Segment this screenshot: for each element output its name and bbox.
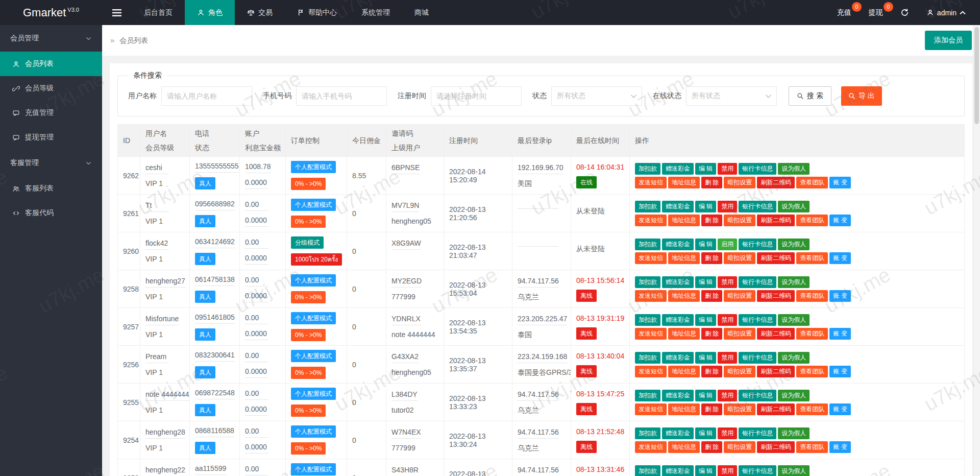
edit-button[interactable]: 编 辑 [695, 239, 716, 250]
delete-button[interactable]: 删 除 [701, 252, 722, 264]
nav-item-交易[interactable]: 交易 [235, 0, 285, 25]
sidebar-group-客服管理[interactable]: 客服管理 [0, 150, 102, 176]
hidden-deduct-button[interactable]: 暗扣设置 [724, 215, 755, 226]
bank-card-info-button[interactable]: 银行卡信息 [739, 390, 776, 401]
send-sms-button[interactable]: 发送短信 [635, 177, 667, 188]
view-team-button[interactable]: 查看团队 [796, 290, 828, 302]
delete-button[interactable]: 删 除 [701, 290, 722, 302]
adjust-balance-button[interactable]: 加扣款 [635, 276, 660, 288]
view-team-button[interactable]: 查看团队 [796, 328, 828, 340]
gift-bonus-button[interactable]: 赠送彩金 [662, 163, 694, 175]
adjust-balance-button[interactable]: 加扣款 [635, 314, 660, 326]
hidden-deduct-button[interactable]: 暗扣设置 [724, 252, 755, 264]
refresh-qrcode-button[interactable]: 刷新二维码 [757, 441, 795, 453]
nav-item-系统管理[interactable]: 系统管理 [349, 0, 402, 25]
view-team-button[interactable]: 查看团队 [796, 441, 828, 453]
bank-card-info-button[interactable]: 银行卡信息 [739, 352, 776, 364]
view-team-button[interactable]: 查看团队 [796, 215, 828, 226]
adjust-balance-button[interactable]: 加扣款 [635, 239, 660, 250]
hidden-deduct-button[interactable]: 暗扣设置 [724, 290, 755, 302]
bank-card-info-button[interactable]: 银行卡信息 [739, 201, 776, 212]
disable-button[interactable]: 禁用 [718, 427, 737, 439]
bank-card-info-button[interactable]: 银行卡信息 [739, 314, 776, 326]
view-team-button[interactable]: 查看团队 [796, 403, 828, 415]
refresh-qrcode-button[interactable]: 刷新二维码 [757, 215, 795, 226]
nav-item-角色[interactable]: 角色 [185, 0, 235, 25]
account-change-button[interactable]: 账 变 [829, 328, 850, 340]
add-member-button[interactable]: 添加会员 [925, 31, 972, 50]
refresh-qrcode-button[interactable]: 刷新二维码 [757, 403, 795, 415]
delete-button[interactable]: 删 除 [701, 403, 722, 415]
address-info-button[interactable]: 地址信息 [668, 177, 700, 188]
set-fake-user-button[interactable]: 设为假人 [778, 239, 810, 250]
account-change-button[interactable]: 账 变 [829, 366, 850, 377]
disable-button[interactable]: 禁用 [718, 201, 737, 212]
scrollbar[interactable] [973, 25, 980, 476]
adjust-balance-button[interactable]: 加扣款 [635, 201, 660, 212]
send-sms-button[interactable]: 发送短信 [635, 441, 667, 453]
sidebar-item-会员列表[interactable]: 会员列表 [0, 52, 102, 76]
set-fake-user-button[interactable]: 设为假人 [778, 163, 810, 175]
app-logo[interactable]: GmarketV3.0 [0, 0, 102, 25]
sidebar-item-提现管理[interactable]: 提现管理 [0, 125, 102, 150]
gift-bonus-button[interactable]: 赠送彩金 [662, 314, 694, 326]
scrollbar-thumb[interactable] [974, 27, 979, 124]
address-info-button[interactable]: 地址信息 [668, 441, 700, 453]
regtime-input[interactable] [431, 86, 522, 106]
set-fake-user-button[interactable]: 设为假人 [778, 390, 810, 401]
account-change-button[interactable]: 账 变 [829, 215, 850, 226]
send-sms-button[interactable]: 发送短信 [635, 215, 667, 226]
send-sms-button[interactable]: 发送短信 [635, 290, 667, 302]
refresh-qrcode-button[interactable]: 刷新二维码 [757, 177, 795, 188]
withdraw-link[interactable]: 提现 0 [869, 8, 883, 17]
set-fake-user-button[interactable]: 设为假人 [778, 352, 810, 364]
set-fake-user-button[interactable]: 设为假人 [778, 465, 810, 476]
hidden-deduct-button[interactable]: 暗扣设置 [724, 366, 755, 377]
delete-button[interactable]: 删 除 [701, 441, 722, 453]
view-team-button[interactable]: 查看团队 [796, 177, 828, 188]
delete-button[interactable]: 删 除 [701, 366, 722, 377]
edit-button[interactable]: 编 辑 [695, 276, 716, 288]
gift-bonus-button[interactable]: 赠送彩金 [662, 276, 694, 288]
online-status-select[interactable]: 所有状态 [686, 86, 777, 106]
sidebar-item-客服列表[interactable]: 客服列表 [0, 176, 102, 201]
delete-button[interactable]: 删 除 [701, 177, 722, 188]
edit-button[interactable]: 编 辑 [695, 465, 716, 476]
hidden-deduct-button[interactable]: 暗扣设置 [724, 177, 755, 188]
gift-bonus-button[interactable]: 赠送彩金 [662, 239, 694, 250]
export-button[interactable]: 导 出 [841, 86, 882, 106]
disable-button[interactable]: 禁用 [718, 314, 737, 326]
edit-button[interactable]: 编 辑 [695, 390, 716, 401]
edit-button[interactable]: 编 辑 [695, 163, 716, 175]
bank-card-info-button[interactable]: 银行卡信息 [739, 427, 776, 439]
menu-toggle-icon[interactable] [102, 0, 132, 25]
refresh-qrcode-button[interactable]: 刷新二维码 [757, 328, 795, 340]
gift-bonus-button[interactable]: 赠送彩金 [662, 427, 694, 439]
send-sms-button[interactable]: 发送短信 [635, 403, 667, 415]
user-menu[interactable]: admin [926, 9, 966, 17]
search-button[interactable]: 搜 索 [789, 86, 831, 106]
disable-button[interactable]: 禁用 [718, 163, 737, 175]
account-change-button[interactable]: 账 变 [829, 441, 850, 453]
nav-item-帮助中心[interactable]: 帮助中心 [285, 0, 349, 25]
account-change-button[interactable]: 账 变 [829, 177, 850, 188]
set-fake-user-button[interactable]: 设为假人 [778, 276, 810, 288]
recharge-link[interactable]: 充值 0 [837, 8, 851, 17]
delete-button[interactable]: 删 除 [701, 328, 722, 340]
sidebar-item-会员等级[interactable]: 会员等级 [0, 76, 102, 101]
disable-button[interactable]: 禁用 [718, 390, 737, 401]
adjust-balance-button[interactable]: 加扣款 [635, 352, 660, 364]
send-sms-button[interactable]: 发送短信 [635, 366, 667, 377]
bank-card-info-button[interactable]: 银行卡信息 [739, 276, 776, 288]
account-change-button[interactable]: 账 变 [829, 403, 850, 415]
disable-button[interactable]: 禁用 [718, 352, 737, 364]
view-team-button[interactable]: 查看团队 [796, 252, 828, 264]
refresh-icon[interactable] [900, 8, 909, 17]
hidden-deduct-button[interactable]: 暗扣设置 [724, 441, 755, 453]
gift-bonus-button[interactable]: 赠送彩金 [662, 352, 694, 364]
adjust-balance-button[interactable]: 加扣款 [635, 163, 660, 175]
set-fake-user-button[interactable]: 设为假人 [778, 427, 810, 439]
gift-bonus-button[interactable]: 赠送彩金 [662, 390, 694, 401]
account-change-button[interactable]: 账 变 [829, 290, 850, 302]
address-info-button[interactable]: 地址信息 [668, 403, 700, 415]
